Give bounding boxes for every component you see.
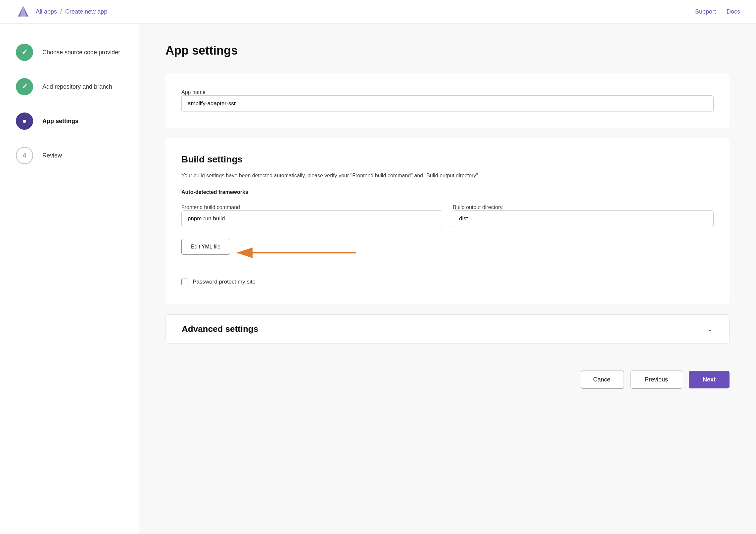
auto-detected-label: Auto-detected frameworks bbox=[181, 189, 714, 195]
build-description: Your build settings have been detected a… bbox=[181, 171, 714, 180]
content-area: App settings App name Build settings You… bbox=[139, 24, 756, 534]
check-icon-2: ✓ bbox=[22, 82, 27, 91]
step-item-1: ✓ Choose source code provider bbox=[16, 44, 123, 61]
advanced-settings-title: Advanced settings bbox=[182, 324, 258, 334]
edit-yml-area: Edit YML file bbox=[181, 239, 714, 267]
step-label-4: Review bbox=[42, 152, 62, 159]
sidebar: ✓ Choose source code provider ✓ Add repo… bbox=[0, 24, 139, 534]
step-circle-4: 4 bbox=[16, 147, 33, 164]
step-item-3: ● App settings bbox=[16, 112, 123, 130]
header-right: Support Docs bbox=[695, 8, 740, 15]
check-icon-1: ✓ bbox=[22, 48, 27, 57]
chevron-down-icon: ⌄ bbox=[707, 324, 713, 334]
step-item-4: 4 Review bbox=[16, 147, 123, 164]
page-title: App settings bbox=[165, 44, 730, 58]
frontend-build-input[interactable] bbox=[181, 210, 442, 227]
step-label-2: Add repository and branch bbox=[42, 83, 112, 90]
password-protect-label[interactable]: Password protect my site bbox=[193, 279, 256, 285]
all-apps-link[interactable]: All apps bbox=[36, 8, 57, 15]
create-new-app-label: Create new app bbox=[65, 8, 107, 15]
support-link[interactable]: Support bbox=[695, 8, 716, 15]
footer-divider bbox=[165, 360, 730, 360]
arrow-annotation bbox=[230, 243, 362, 263]
next-button[interactable]: Next bbox=[689, 371, 730, 388]
step-dot-icon: ● bbox=[22, 117, 26, 125]
footer-actions: Cancel Previous Next bbox=[165, 371, 730, 402]
step-label-3: App settings bbox=[42, 118, 78, 125]
build-output-label: Build output directory bbox=[453, 204, 502, 210]
step-label-1: Choose source code provider bbox=[42, 49, 120, 56]
logo-icon bbox=[16, 5, 30, 19]
frontend-build-label: Frontend build command bbox=[181, 204, 240, 210]
main-layout: ✓ Choose source code provider ✓ Add repo… bbox=[0, 24, 756, 534]
app-name-input[interactable] bbox=[181, 95, 714, 112]
build-settings-title: Build settings bbox=[181, 154, 714, 165]
breadcrumb: All apps / Create new app bbox=[36, 8, 107, 15]
build-settings-section: Build settings Your build settings have … bbox=[165, 138, 730, 304]
frontend-build-field: Frontend build command bbox=[181, 204, 442, 227]
docs-link[interactable]: Docs bbox=[727, 8, 740, 15]
step-circle-1: ✓ bbox=[16, 44, 33, 61]
edit-yml-button[interactable]: Edit YML file bbox=[181, 239, 230, 255]
app-name-label: App name bbox=[181, 89, 206, 95]
cancel-button[interactable]: Cancel bbox=[581, 371, 624, 389]
header: All apps / Create new app Support Docs bbox=[0, 0, 756, 24]
breadcrumb-separator: / bbox=[60, 8, 62, 15]
advanced-settings-header[interactable]: Advanced settings ⌄ bbox=[166, 315, 729, 343]
app-name-section: App name bbox=[165, 73, 730, 128]
previous-button[interactable]: Previous bbox=[631, 371, 682, 389]
build-output-field: Build output directory bbox=[453, 204, 714, 227]
password-protect-checkbox[interactable] bbox=[181, 279, 188, 285]
step-item-2: ✓ Add repository and branch bbox=[16, 78, 123, 95]
step-circle-2: ✓ bbox=[16, 78, 33, 95]
build-fields-row: Frontend build command Build output dire… bbox=[181, 204, 714, 227]
advanced-settings-section: Advanced settings ⌄ bbox=[165, 314, 730, 344]
build-output-input[interactable] bbox=[453, 210, 714, 227]
step-number-4: 4 bbox=[23, 152, 26, 159]
step-circle-3: ● bbox=[16, 112, 33, 130]
password-protect-row: Password protect my site bbox=[181, 279, 714, 285]
header-left: All apps / Create new app bbox=[16, 5, 107, 19]
